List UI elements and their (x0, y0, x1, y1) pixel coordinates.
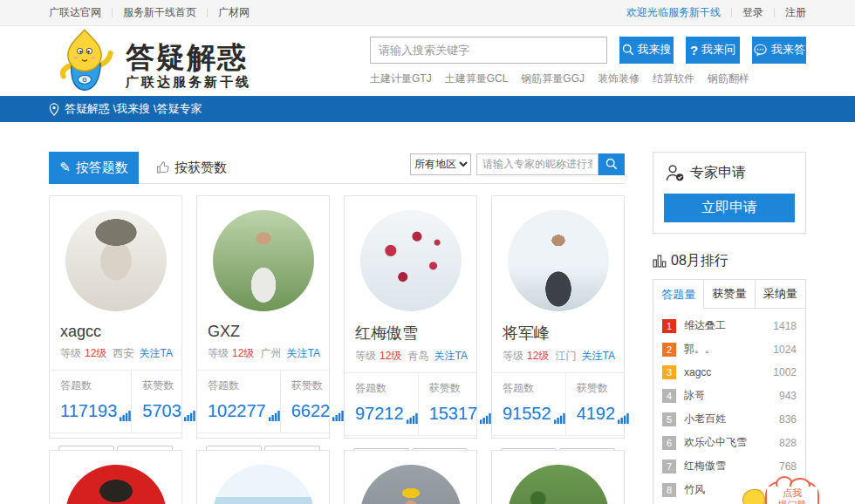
avatar[interactable] (508, 465, 609, 504)
likes-label: 获赞数 (142, 378, 195, 393)
avatar[interactable] (508, 210, 609, 311)
avatar[interactable] (65, 210, 167, 311)
rank-badge: 4 (662, 389, 676, 403)
breadcrumb: 答疑解惑 \我来搜 \答疑专家 (65, 101, 202, 117)
search-icon (622, 44, 634, 56)
rank-badge: 1 (662, 319, 676, 333)
rank-user-link[interactable]: 詠哥 (684, 388, 705, 403)
expert-city: 广州 (261, 346, 282, 361)
avatar[interactable] (360, 210, 462, 311)
separator (731, 8, 732, 17)
rank-value: 943 (779, 390, 797, 402)
answers-count: 102277 (208, 401, 266, 421)
rank-row: 1 维达叠工 1418 (653, 314, 805, 337)
region-select[interactable]: 所有地区 (410, 153, 471, 175)
apply-now-button[interactable]: 立即申请 (664, 194, 795, 222)
search-input[interactable] (370, 37, 607, 64)
hot-link[interactable]: 钢筋翻样 (708, 72, 749, 86)
search-button[interactable]: 我来搜 (619, 37, 674, 64)
rank-row: 4 詠哥 943 (653, 384, 805, 407)
rank-title: 08月排行 (671, 252, 728, 270)
tab-by-answer-count[interactable]: ✎ 按答题数 (49, 152, 139, 184)
hot-link[interactable]: 土建算量GCL (445, 72, 509, 86)
floating-ask-widget[interactable]: 点我 提问题 (737, 478, 824, 504)
avatar[interactable] (213, 210, 314, 311)
register-link[interactable]: 注册 (785, 5, 806, 20)
expert-card: xagcc 等级 12级 西安 关注TA 答题数 117193 (49, 195, 182, 439)
tab-label: 按答题数 (76, 160, 128, 176)
answers-label: 答题数 (208, 378, 280, 393)
topbar-link-glodon[interactable]: 广联达官网 (49, 5, 101, 20)
hot-link[interactable]: 钢筋算量GGJ (521, 72, 585, 86)
rank-value: 768 (779, 460, 797, 473)
bar-chart-icon (332, 410, 344, 421)
expert-card (344, 450, 477, 504)
avatar[interactable] (360, 465, 462, 504)
topbar-link-home[interactable]: 服务新干线首页 (123, 5, 196, 20)
person-check-icon (664, 164, 685, 182)
rank-tab-likes[interactable]: 获赞量 (703, 280, 754, 309)
follow-link[interactable]: 关注TA (434, 349, 468, 364)
likes-count: 4192 (577, 404, 616, 424)
rank-user-link[interactable]: xagcc (684, 366, 711, 378)
level-value: 12级 (85, 346, 106, 361)
bar-chart-icon (269, 410, 280, 421)
expert-card (491, 450, 625, 504)
follow-link[interactable]: 关注TA (287, 346, 320, 361)
expert-card (49, 450, 182, 504)
expert-card: GXZ 等级 12级 广州 关注TA 答题数 102277 (196, 195, 330, 439)
hot-link[interactable]: 土建计量GTJ (370, 72, 432, 86)
rank-user-link[interactable]: 欢乐心中飞雪 (684, 435, 747, 450)
breadcrumb-bar: 答疑解惑 \我来搜 \答疑专家 (0, 96, 855, 122)
site-logo[interactable]: G 答疑解惑 广联达服务新干线 (49, 28, 251, 94)
separator (112, 8, 113, 17)
logo-subtitle: 广联达服务新干线 (126, 74, 251, 91)
rank-user-link[interactable]: 郭。。 (684, 342, 715, 357)
expert-name[interactable]: 红梅傲雪 (355, 323, 476, 344)
likes-count: 5703 (142, 401, 181, 421)
rank-badge: 8 (662, 483, 676, 497)
expert-city: 江门 (556, 349, 577, 364)
ask-button[interactable]: ? 我来问 (686, 37, 740, 64)
rank-value: 1024 (773, 344, 797, 356)
tab-label: 按获赞数 (174, 160, 227, 176)
speech-bubble-icon (753, 44, 768, 57)
rank-value: 836 (779, 413, 797, 426)
location-pin-icon (49, 103, 59, 116)
expert-name[interactable]: 将军峰 (503, 323, 624, 344)
avatar[interactable] (213, 465, 314, 504)
expert-search-button[interactable] (598, 153, 625, 175)
rank-user-link[interactable]: 竹风 (684, 482, 705, 497)
login-link[interactable]: 登录 (742, 5, 763, 20)
avatar[interactable] (65, 465, 167, 504)
rank-user-link[interactable]: 维达叠工 (684, 318, 726, 333)
level-label: 等级 (208, 346, 229, 361)
expert-city: 西安 (113, 346, 134, 361)
topbar-link-gcw[interactable]: 广材网 (218, 5, 250, 20)
welcome-link[interactable]: 欢迎光临服务新干线 (626, 5, 721, 20)
rank-user-link[interactable]: 小老百姓 (684, 412, 726, 426)
ask-cloud-bubble[interactable]: 点我 提问题 (765, 481, 819, 504)
bar-chart-icon (554, 412, 565, 424)
rank-tab-accepted[interactable]: 采纳量 (755, 280, 805, 309)
rank-tab-answers[interactable]: 答题量 (653, 280, 703, 309)
expert-search-input[interactable] (476, 153, 598, 175)
expert-name[interactable]: xagcc (60, 323, 181, 341)
mascot-mini-icon (740, 487, 768, 504)
follow-link[interactable]: 关注TA (140, 346, 173, 361)
likes-label: 获赞数 (291, 378, 345, 393)
hot-link[interactable]: 装饰装修 (598, 72, 640, 86)
tab-by-like-count[interactable]: 按获赞数 (156, 160, 227, 176)
expert-card: 将军峰 等级 12级 江门 关注TA 答题数 91552 (491, 195, 625, 439)
hot-link[interactable]: 结算软件 (653, 72, 694, 86)
expert-name[interactable]: GXZ (208, 323, 329, 341)
rank-user-link[interactable]: 红梅傲雪 (684, 459, 726, 473)
rank-row: 5 小老百姓 836 (653, 407, 805, 431)
search-button-label: 我来搜 (638, 42, 672, 58)
rank-badge: 5 (662, 412, 676, 426)
svg-text:G: G (82, 77, 86, 83)
answers-label: 答题数 (60, 378, 131, 393)
follow-link[interactable]: 关注TA (582, 349, 615, 364)
answer-button[interactable]: 我来答 (752, 37, 806, 64)
likes-label: 获赞数 (577, 381, 630, 396)
